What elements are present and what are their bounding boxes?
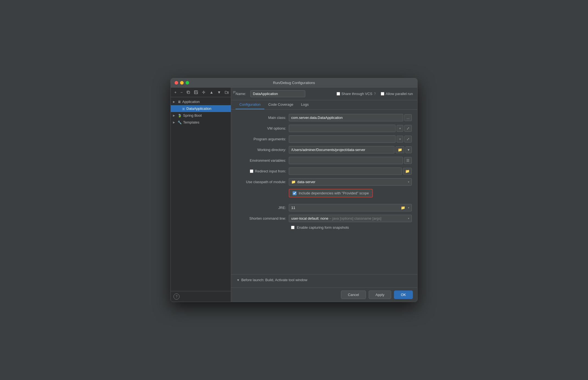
jre-value: 11: [291, 206, 398, 210]
wrench-icon: [202, 90, 206, 94]
jre-browse-button[interactable]: 📁: [400, 206, 406, 210]
redirect-input-browse-button[interactable]: 📁: [403, 168, 412, 175]
working-dir-label: Working directory:: [237, 148, 286, 152]
vm-options-add-button[interactable]: +: [397, 125, 403, 132]
before-launch-label: Before launch: Build, Activate tool wind…: [241, 278, 307, 282]
traffic-lights: [175, 81, 189, 85]
tree-application-label: Application: [182, 100, 200, 104]
data-app-icon: ▣: [182, 107, 185, 111]
svg-rect-4: [195, 92, 197, 94]
env-vars-input-area: ☰: [289, 157, 412, 164]
vcs-area: Share through VCS ? Allow parallel run: [337, 92, 413, 96]
window-title: Run/Debug Configurations: [273, 81, 315, 85]
settings-button[interactable]: [200, 90, 207, 95]
save-config-button[interactable]: [193, 90, 199, 95]
left-toolbar: + −: [171, 88, 231, 97]
move-down-button[interactable]: ▼: [216, 89, 222, 95]
shorten-cmd-label: Shorten command line:: [237, 216, 286, 220]
main-class-label: Main class:: [237, 116, 286, 120]
vm-options-expand-button[interactable]: ⤢: [404, 125, 412, 132]
shorten-cmd-dropdown[interactable]: user-local default: none – java [options…: [289, 215, 412, 222]
redirect-input-checkbox[interactable]: [250, 169, 253, 173]
save-icon: [194, 90, 198, 94]
program-args-input-area: + ⤢: [289, 135, 412, 143]
shorten-cmd-input-area: user-local default: none – java [options…: [289, 215, 412, 222]
tab-code-coverage[interactable]: Code Coverage: [264, 100, 297, 109]
cancel-button[interactable]: Cancel: [341, 290, 366, 299]
move-up-button[interactable]: ▲: [208, 89, 215, 95]
ok-button[interactable]: OK: [394, 290, 413, 299]
working-dir-browse-button[interactable]: 📁: [396, 146, 404, 153]
tab-configuration[interactable]: Configuration: [236, 100, 264, 109]
main-class-browse-button[interactable]: ...: [404, 114, 412, 121]
working-dir-input[interactable]: [289, 146, 394, 153]
svg-rect-1: [187, 91, 190, 94]
shorten-cmd-chevron-icon: ▾: [408, 217, 409, 220]
working-dir-row: Working directory: 📁 ▾: [237, 146, 412, 153]
left-panel: + −: [171, 88, 231, 302]
fullscreen-button[interactable]: [186, 81, 189, 85]
share-vcs-help-icon[interactable]: ?: [374, 92, 376, 96]
classpath-chevron-icon: ▾: [408, 180, 409, 183]
jre-dropdown[interactable]: 11 📁 ▾: [289, 204, 412, 211]
right-panel: Name: Share through VCS ? Allow parallel…: [231, 88, 417, 302]
tree-templates-group[interactable]: ▶ 🔧 Templates: [171, 119, 231, 126]
close-button[interactable]: [175, 81, 178, 85]
jre-chevron-icon: ▾: [408, 206, 409, 209]
vm-options-row: VM options: + ⤢: [237, 125, 412, 132]
spring-boot-chevron: ▶: [173, 114, 176, 117]
working-dir-input-area: 📁 ▾: [289, 146, 412, 153]
jre-row: JRE: 11 📁 ▾: [237, 204, 412, 211]
allow-parallel-checkbox[interactable]: [381, 92, 384, 96]
include-deps-checkbox[interactable]: [293, 191, 296, 195]
before-launch-section: ▼ Before launch: Build, Activate tool wi…: [231, 274, 417, 287]
redirect-input-input[interactable]: [289, 167, 402, 175]
classpath-dropdown[interactable]: 📁 data-server ▾: [289, 178, 412, 186]
svg-line-11: [227, 93, 228, 93]
env-vars-browse-button[interactable]: ☰: [404, 157, 412, 164]
program-args-input[interactable]: [289, 135, 396, 143]
working-dir-dropdown-button[interactable]: ▾: [405, 146, 412, 153]
vm-options-input-area: + ⤢: [289, 125, 412, 132]
program-args-label: Program arguments:: [237, 137, 286, 141]
include-deps-box: Include dependencies with "Provided" sco…: [289, 189, 373, 197]
tab-logs[interactable]: Logs: [297, 100, 312, 109]
classpath-value: data-server: [297, 180, 406, 184]
help-area: ?: [171, 291, 231, 302]
spring-boot-icon: 🍃: [178, 114, 182, 118]
main-class-input[interactable]: [289, 114, 403, 121]
tree-application-group[interactable]: ▶ 🖥 Application: [171, 98, 231, 105]
copy-config-button[interactable]: [185, 90, 192, 95]
include-deps-label: Include dependencies with "Provided" sco…: [299, 191, 369, 195]
program-args-add-button[interactable]: +: [397, 136, 403, 142]
capture-snapshots-label: Enable capturing form snapshots: [297, 225, 349, 230]
run-debug-configurations-dialog: Run/Debug Configurations + −: [170, 78, 418, 302]
templates-icon: 🔧: [178, 121, 182, 124]
name-input[interactable]: [250, 90, 305, 97]
remove-config-button[interactable]: −: [179, 89, 184, 95]
classpath-row: Use classpath of module: 📁 data-server ▾: [237, 178, 412, 186]
allow-parallel-label: Allow parallel run: [381, 92, 413, 96]
redirect-input-input-area: 📁: [289, 167, 412, 175]
capture-snapshots-checkbox[interactable]: [291, 226, 295, 229]
allow-parallel-text: Allow parallel run: [386, 92, 413, 96]
shorten-cmd-main: user-local default: none: [291, 216, 328, 220]
env-vars-input[interactable]: [289, 157, 403, 164]
vm-options-input[interactable]: [289, 125, 396, 132]
move-to-folder-button[interactable]: [223, 90, 230, 95]
content-area: + −: [171, 88, 417, 302]
title-bar: Run/Debug Configurations: [171, 78, 417, 88]
tree-templates-label: Templates: [183, 120, 199, 124]
add-config-button[interactable]: +: [173, 89, 178, 95]
minimize-button[interactable]: [180, 81, 184, 85]
classpath-label: Use classpath of module:: [237, 180, 286, 184]
vm-options-label: VM options:: [237, 126, 286, 130]
program-args-expand-button[interactable]: ⤢: [404, 136, 412, 142]
tabs-bar: Configuration Code Coverage Logs: [231, 100, 417, 110]
tree-data-application-item[interactable]: ▣ DataApplication: [171, 105, 231, 112]
apply-button[interactable]: Apply: [369, 290, 391, 299]
help-button[interactable]: ?: [173, 294, 180, 300]
tree-spring-boot-group[interactable]: ▶ 🍃 Spring Boot: [171, 112, 231, 119]
svg-point-5: [203, 92, 205, 93]
share-vcs-checkbox[interactable]: [337, 92, 340, 96]
